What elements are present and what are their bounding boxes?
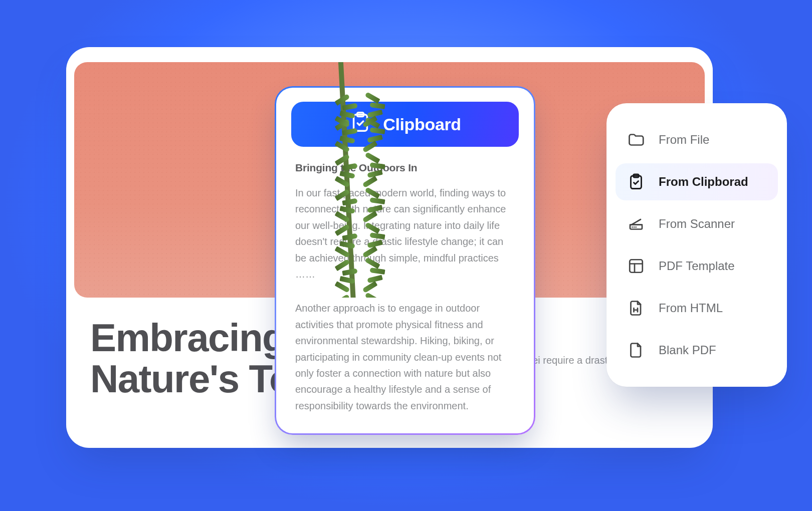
menu-item-label: From HTML (659, 301, 723, 315)
menu-item-label: From File (659, 133, 709, 147)
menu-item-label: Blank PDF (659, 343, 716, 357)
menu-item-from-html[interactable]: From HTML (616, 290, 778, 327)
menu-item-from-scanner[interactable]: From Scanner (616, 205, 778, 242)
svg-rect-5 (630, 260, 643, 273)
file-icon (627, 341, 646, 360)
menu-item-from-clipboard[interactable]: From Clipborad (616, 163, 778, 200)
menu-item-pdf-template[interactable]: PDF Template (616, 247, 778, 285)
menu-item-label: From Clipborad (659, 175, 748, 189)
menu-item-label: PDF Template (659, 259, 735, 273)
folder-icon (627, 130, 646, 149)
plant-illustration (265, 62, 445, 298)
scanner-icon (627, 214, 646, 233)
menu-item-from-file[interactable]: From File (616, 121, 778, 158)
clipboard-icon (627, 172, 646, 191)
menu-item-label: From Scanner (659, 217, 735, 231)
html-file-icon (627, 299, 646, 318)
menu-item-blank-pdf[interactable]: Blank PDF (616, 332, 778, 369)
create-from-menu: From File From Clipborad From Scanner (606, 103, 787, 387)
template-icon (627, 257, 646, 276)
clipboard-content-paragraph-2: Another approach is to engage in outdoor… (295, 300, 515, 414)
